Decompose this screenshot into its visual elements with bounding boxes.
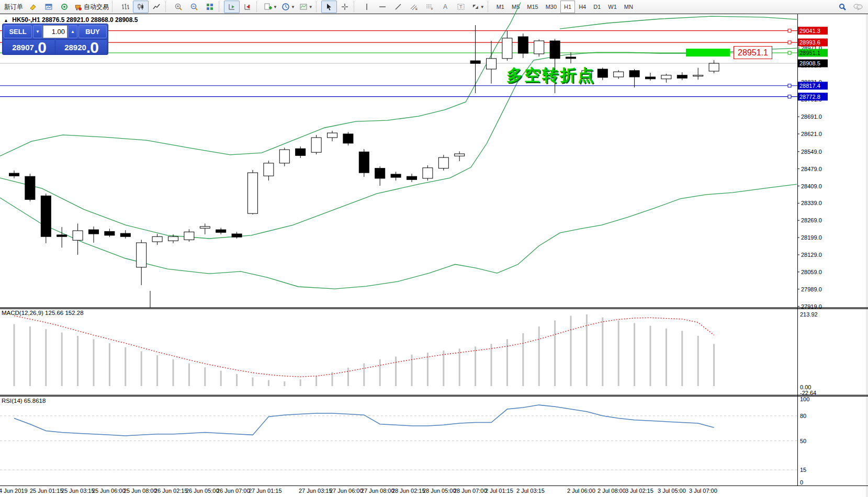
candle-body (470, 61, 480, 63)
rsi-current-value: 65.8618 (24, 398, 46, 404)
bollinger-lower-band (0, 184, 797, 289)
date-label: 26 Jun 07:00 (217, 488, 250, 494)
chart-title: ▲ HK50-,H1 28876.5 28921.0 28868.0 28908… (4, 16, 138, 24)
mt4-terminal: { "toolbar":{ "new_order":"新订单", "autotr… (0, 0, 868, 497)
axis-tick-label: 28199.0 (801, 234, 822, 241)
candle-body (184, 232, 194, 240)
sell-price-big-digits: .0 (34, 40, 46, 54)
chart-text-annotation[interactable]: 多空转折点 (506, 64, 595, 86)
volume-input[interactable]: 1.00 (43, 25, 67, 38)
buy-button[interactable]: BUY (78, 25, 107, 38)
macd-bar (268, 380, 269, 386)
candle-body (391, 174, 401, 177)
candle-body (661, 75, 671, 79)
date-label: 2 Jul 06:00 (567, 488, 595, 494)
macd-name: MACD(12,26,9) (2, 310, 43, 316)
rsi-name: RSI(14) (2, 398, 22, 404)
macd-current-values: 125.66 152.28 (45, 310, 84, 316)
axis-price-badge-label: 28951.1 (799, 50, 820, 56)
macd-indicator-label: MACD(12,26,9) 125.66 152.28 (2, 310, 84, 316)
macd-bar (14, 324, 15, 386)
candle-body (566, 57, 576, 59)
hline-handle[interactable] (788, 41, 791, 44)
macd-bar (427, 353, 429, 386)
candle-body (534, 41, 544, 54)
macd-bar (220, 371, 222, 386)
ohlc-readout: 28876.5 28921.0 28868.0 28908.5 (42, 16, 138, 24)
collapse-arrow-icon[interactable]: ▲ (4, 18, 8, 23)
sell-price-main: 28907 (12, 41, 34, 54)
macd-bar (188, 363, 190, 386)
axis-tick-label: 28129.0 (801, 252, 822, 258)
rsi-scale-15: 15 (800, 467, 806, 473)
buy-label: BUY (85, 28, 99, 36)
highlight-rectangle-object[interactable] (686, 49, 730, 57)
symbol-period-label: HK50-,H1 (12, 16, 40, 24)
sell-price-button[interactable]: 28907 .0 (4, 39, 54, 54)
price-label-object[interactable]: 28951.1 (734, 46, 772, 59)
axis-tick-label: 28621.0 (801, 131, 822, 137)
candle-body (311, 138, 321, 152)
macd-bar (475, 346, 476, 386)
axis-price-badge-label: 28908.5 (799, 60, 820, 66)
hline-handle[interactable] (788, 51, 791, 54)
candle-body (709, 63, 719, 71)
volume-value: 1.00 (52, 28, 65, 36)
macd-bar (363, 363, 365, 386)
candle-body (518, 37, 528, 53)
candle-body (550, 41, 560, 59)
candle-body (375, 168, 385, 178)
candle-body (455, 154, 465, 156)
axis-tick-label: 28549.0 (801, 149, 822, 155)
hline-handle[interactable] (788, 29, 791, 32)
rsi-indicator-label: RSI(14) 65.8618 (2, 398, 46, 404)
macd-bar (45, 329, 47, 386)
candle-body (359, 152, 369, 173)
candle-body (89, 230, 99, 234)
sell-label: SELL (9, 28, 26, 36)
axis-price-badge-label: 29041.3 (799, 28, 820, 34)
candle-body (614, 72, 624, 77)
macd-bar (491, 344, 492, 386)
macd-bar (650, 326, 651, 386)
candle-body (677, 75, 687, 78)
volume-decrease-button[interactable]: ▼ (33, 25, 42, 38)
macd-bar (697, 336, 699, 386)
hline-handle[interactable] (788, 95, 791, 98)
candle-body (9, 173, 19, 176)
candle-body (248, 173, 258, 213)
macd-bar (634, 323, 635, 386)
macd-bar (236, 374, 238, 386)
date-label: 2 Jul 01:15 (485, 488, 513, 494)
date-label: 25 Jun 06:00 (92, 488, 126, 494)
candle-body (343, 134, 353, 143)
macd-bar (204, 367, 206, 386)
macd-bar (681, 331, 683, 386)
candle-body (264, 163, 274, 176)
date-label: 28 Jun 05:00 (423, 488, 456, 494)
sell-button[interactable]: SELL (4, 25, 32, 38)
macd-bar (443, 351, 444, 386)
spin-up-icon: ▲ (71, 29, 75, 34)
candle-body (693, 75, 703, 76)
candle-body (646, 77, 656, 79)
buy-price-main: 28920 (64, 41, 86, 54)
macd-bar (77, 336, 78, 386)
rsi-scale-100: 100 (800, 396, 809, 402)
date-label: 3 Jul 07:00 (689, 488, 717, 494)
macd-bar (522, 333, 524, 386)
axis-tick-label: 28269.0 (801, 217, 822, 223)
volume-increase-button[interactable]: ▲ (68, 25, 77, 38)
macd-bar (284, 381, 285, 386)
axis-tick-label: 28691.0 (801, 114, 822, 120)
macd-bar (570, 316, 572, 386)
candle-body (328, 133, 337, 138)
macd-bar (618, 320, 619, 386)
macd-scale-max: 213.92 (800, 311, 818, 318)
buy-price-button[interactable]: 28920 .0 (56, 39, 107, 54)
candle-body (200, 227, 210, 228)
hline-handle[interactable] (788, 84, 791, 87)
macd-bar (300, 379, 301, 386)
macd-bar (554, 320, 556, 386)
date-label: 26 Jun 05:00 (186, 488, 219, 494)
